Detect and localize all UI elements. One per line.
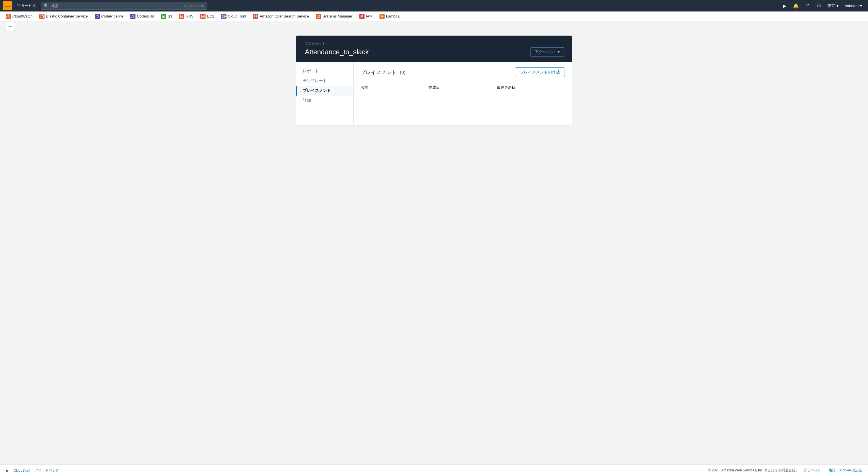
help-icon-btn[interactable]: ?: [802, 1, 813, 11]
codebuild-icon: [130, 14, 135, 19]
bell-icon-btn[interactable]: 🔔: [791, 1, 801, 11]
services-button[interactable]: ☷ サービス: [14, 0, 38, 11]
back-button[interactable]: ←: [6, 22, 15, 31]
sidebar-item-report[interactable]: レポート: [296, 66, 353, 76]
card-body: レポート テンプレート プレイスメント 詳細: [296, 62, 572, 125]
create-placement-button[interactable]: プレイスメントの作成: [515, 67, 565, 77]
rds-icon: [179, 14, 184, 19]
svg-rect-3: [40, 14, 43, 18]
svg-rect-16: [203, 16, 204, 17]
service-item-codebuild[interactable]: CodeBuild: [127, 11, 157, 22]
svg-point-19: [254, 15, 257, 17]
aws-logo[interactable]: aws: [3, 1, 12, 10]
cloudfront-icon: [221, 14, 226, 19]
back-area: ←: [6, 22, 15, 31]
footer-left: ▶ CloudShell フィードバック: [6, 468, 59, 473]
svg-line-20: [256, 17, 257, 18]
create-placement-label: プレイスメントの作成: [520, 70, 560, 75]
service-item-opensearch[interactable]: Amazon OpenSearch Service: [250, 11, 312, 22]
actions-button[interactable]: アクション ▼: [530, 48, 565, 57]
sidebar-item-template[interactable]: テンプレート: [296, 76, 353, 86]
service-item-s3[interactable]: S3: [158, 11, 175, 22]
col-header-name: 名前: [361, 85, 429, 90]
svg-point-12: [162, 15, 165, 17]
lambda-label: Lambda: [386, 14, 400, 19]
user-label: yakiniku: [845, 4, 859, 8]
iam-label: IAM: [366, 14, 373, 19]
footer-cookie-link[interactable]: Cookie の設定: [840, 468, 862, 473]
iam-icon: [360, 14, 365, 19]
service-item-rds[interactable]: RDS: [176, 11, 196, 22]
sidebar: レポート テンプレート プレイスメント 詳細: [296, 62, 353, 125]
service-item-iam[interactable]: IAM: [356, 11, 375, 22]
codepipeline-label: CodePipeline: [101, 14, 123, 19]
user-menu[interactable]: yakiniku ▼: [843, 1, 865, 11]
sidebar-item-template-label: テンプレート: [303, 78, 327, 83]
codepipeline-icon: [95, 14, 100, 19]
svg-point-13: [180, 15, 183, 16]
project-breadcrumb: プロジェクト: [305, 41, 563, 46]
project-title: Attendance_to_slack: [305, 48, 563, 56]
section-title-text: プレイスメント: [361, 69, 397, 75]
footer-cloudshell-link[interactable]: CloudShell: [13, 469, 30, 473]
s3-label: S3: [167, 14, 172, 19]
section-count: (0): [400, 70, 406, 75]
footer-terms-link[interactable]: 用語: [829, 468, 836, 473]
nav-right: ▶ 🔔 ? ⚙ 東京 ▼ yakiniku ▼: [779, 1, 865, 11]
section-header: プレイスメント (0) プレイスメントの作成: [361, 67, 565, 77]
sidebar-item-placement[interactable]: プレイスメント: [296, 86, 353, 96]
ssm-icon: [316, 14, 321, 19]
codebuild-label: CodeBuild: [137, 14, 154, 19]
service-item-ec2[interactable]: EC2: [197, 11, 217, 22]
top-nav: aws ☷ サービス 🔍 [オプション+S] ▶ 🔔 ? ⚙ 東京 ▼ yaki…: [0, 0, 868, 11]
cloudwatch-icon: [6, 14, 11, 19]
service-item-lambda[interactable]: Lambda: [377, 11, 402, 22]
s3-icon: [161, 14, 166, 19]
footer-copyright: © 2023, Amazon Web Services, Inc. またはその関…: [708, 468, 799, 473]
svg-point-18: [223, 14, 224, 18]
svg-marker-11: [131, 15, 134, 18]
footer-privacy-link[interactable]: プライバシー: [803, 468, 824, 473]
svg-rect-21: [317, 15, 320, 18]
svg-text:aws: aws: [5, 5, 10, 8]
sidebar-item-detail-label: 詳細: [303, 98, 311, 102]
settings-icon-btn[interactable]: ⚙: [814, 1, 824, 11]
service-item-codepipeline[interactable]: CodePipeline: [92, 11, 126, 22]
footer: ▶ CloudShell フィードバック © 2023, Amazon Web …: [0, 465, 868, 476]
svg-point-17: [222, 14, 225, 18]
ec2-label: EC2: [207, 14, 214, 19]
search-input[interactable]: [51, 4, 180, 8]
svg-point-5: [42, 15, 43, 16]
actions-dropdown-icon: ▼: [557, 50, 561, 54]
footer-feedback-link[interactable]: フィードバック: [35, 468, 59, 473]
search-shortcut: [オプション+S]: [183, 4, 204, 8]
ecs-label: Elastic Container Service: [46, 14, 88, 19]
table-header: 名前 作成日 最終更新日: [361, 82, 565, 93]
cloudfront-label: CloudFront: [228, 14, 246, 19]
main-content: プロジェクト Attendance_to_slack アクション ▼ レポート …: [0, 26, 868, 130]
ecs-icon: [39, 14, 44, 19]
svg-point-7: [42, 17, 43, 17]
cloudwatch-label: CloudWatch: [12, 14, 32, 19]
region-dropdown-icon: ▼: [836, 4, 839, 8]
svg-rect-8: [96, 16, 99, 17]
service-item-ssm[interactable]: Systems Manager: [313, 11, 355, 22]
service-bar: CloudWatch Elastic Container Service Cod…: [0, 11, 868, 22]
lambda-icon: [379, 14, 384, 19]
actions-label: アクション: [535, 49, 555, 55]
search-bar[interactable]: 🔍 [オプション+S]: [41, 2, 207, 10]
terminal-icon-btn[interactable]: ▶: [779, 1, 789, 11]
user-dropdown-icon: ▼: [859, 4, 863, 8]
service-item-ecs[interactable]: Elastic Container Service: [36, 11, 90, 22]
opensearch-label: Amazon OpenSearch Service: [260, 14, 309, 19]
sidebar-item-detail[interactable]: 詳細: [296, 96, 353, 106]
placement-content: プレイスメント (0) プレイスメントの作成 名前 作成日 最終更新日: [353, 62, 572, 125]
rds-label: RDS: [186, 14, 193, 19]
region-selector[interactable]: 東京 ▼: [825, 1, 842, 11]
sidebar-item-report-label: レポート: [303, 69, 319, 73]
cloudshell-icon: ▶: [6, 468, 9, 473]
opensearch-icon: [253, 14, 258, 19]
service-item-cloudfront[interactable]: CloudFront: [218, 11, 249, 22]
service-item-cloudwatch[interactable]: CloudWatch: [3, 11, 35, 22]
svg-point-4: [41, 15, 42, 16]
